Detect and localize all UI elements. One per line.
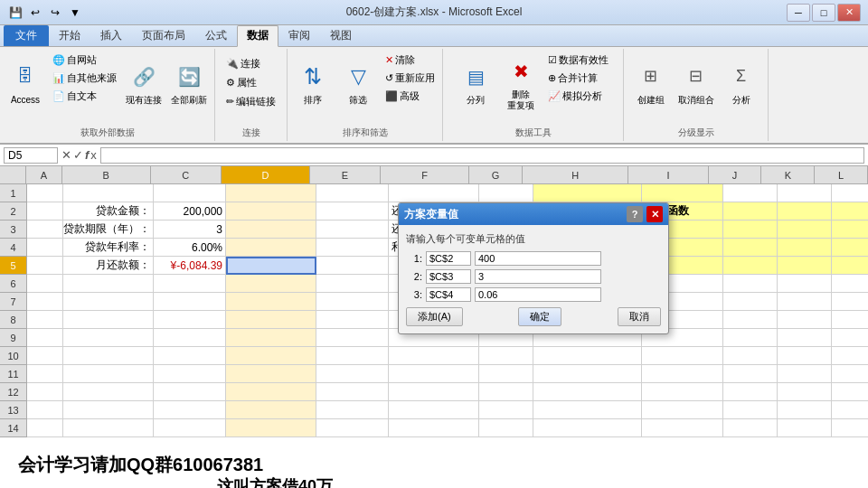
existing-connection-button[interactable]: 🔗 现有连接 [122, 51, 165, 116]
cell-l2[interactable] [832, 202, 868, 221]
web-button[interactable]: 🌐 自网站 [49, 51, 120, 69]
cell-d3[interactable] [226, 221, 316, 239]
row-header-11[interactable]: 11 [0, 365, 26, 383]
redo-icon[interactable]: ↪ [47, 5, 63, 21]
what-if-button[interactable]: 📈 模拟分析 [544, 87, 612, 105]
row-header-1[interactable]: 1 [0, 184, 26, 202]
cell-b4[interactable]: 贷款年利率： [63, 239, 154, 257]
minimize-button[interactable]: ─ [787, 4, 810, 22]
cell-j4[interactable] [723, 239, 778, 257]
row-header-3[interactable]: 3 [0, 221, 26, 239]
dialog-add-button[interactable]: 添加(A) [406, 307, 463, 326]
other-source-button[interactable]: 📊 自其他来源 [49, 69, 120, 87]
row-header-7[interactable]: 7 [0, 293, 26, 311]
cell-e3[interactable] [316, 221, 389, 239]
dialog-cancel-button[interactable]: 取消 [618, 307, 661, 326]
reapply-button[interactable]: ↺ 重新应用 [382, 69, 439, 87]
customize-icon[interactable]: ▼ [67, 5, 83, 21]
save-icon[interactable]: 💾 [7, 5, 24, 21]
cell-l5[interactable] [832, 257, 868, 275]
cell-a5[interactable] [27, 257, 63, 275]
cell-c2[interactable]: 200,000 [154, 202, 226, 221]
cell-c5[interactable]: ¥-6,084.39 [154, 257, 226, 275]
dialog-row-3-value[interactable] [475, 287, 601, 302]
col-header-b[interactable]: B [62, 166, 151, 183]
cell-i1[interactable] [642, 184, 723, 202]
cell-b2[interactable]: 贷款金额： [63, 202, 154, 221]
cell-l1[interactable] [832, 184, 868, 202]
cell-j3[interactable] [723, 221, 778, 239]
row-header-5[interactable]: 5 [0, 257, 26, 275]
cell-reference-box[interactable] [4, 147, 58, 164]
cell-a1[interactable] [27, 184, 63, 202]
tab-page-layout[interactable]: 页面布局 [132, 25, 195, 46]
col-header-f[interactable]: F [381, 166, 469, 183]
col-header-h[interactable]: H [523, 166, 629, 183]
dialog-row-2-value[interactable] [475, 269, 601, 284]
cell-d1[interactable] [226, 184, 316, 202]
cell-b5[interactable]: 月还款额： [63, 257, 154, 275]
row-header-4[interactable]: 4 [0, 239, 26, 257]
tab-view[interactable]: 视图 [320, 25, 362, 46]
cell-e4[interactable] [316, 239, 389, 257]
cell-e5[interactable] [316, 257, 389, 275]
row-header-9[interactable]: 9 [0, 329, 26, 347]
subtotal-button[interactable]: Σ 分析 [720, 51, 763, 116]
data-validation-button[interactable]: ☑ 数据有效性 [544, 51, 612, 69]
dialog-help-button[interactable]: ? [627, 206, 643, 222]
dialog-confirm-button[interactable]: 确定 [518, 307, 561, 326]
access-button[interactable]: 🗄 Access [4, 51, 47, 116]
close-button[interactable]: ✕ [837, 4, 861, 22]
cell-k1[interactable] [778, 184, 832, 202]
col-header-e[interactable]: E [310, 166, 381, 183]
cell-b3[interactable]: 贷款期限（年）： [63, 221, 154, 239]
cell-j1[interactable] [723, 184, 778, 202]
maximize-button[interactable]: □ [812, 4, 835, 22]
tab-insert[interactable]: 插入 [90, 25, 132, 46]
consolidate-button[interactable]: ⊕ 合并计算 [544, 69, 612, 87]
cell-j2[interactable] [723, 202, 778, 221]
col-header-j[interactable]: J [709, 166, 762, 183]
cell-a4[interactable] [27, 239, 63, 257]
col-header-l[interactable]: L [815, 166, 868, 183]
col-header-k[interactable]: K [761, 166, 815, 183]
cell-a2[interactable] [27, 202, 63, 221]
row-header-6[interactable]: 6 [0, 275, 26, 293]
cell-d2[interactable] [226, 202, 316, 221]
cell-c3[interactable]: 3 [154, 221, 226, 239]
cell-c1[interactable] [154, 184, 226, 202]
cell-k2[interactable] [778, 202, 832, 221]
cell-c4[interactable]: 6.00% [154, 239, 226, 257]
remove-duplicates-button[interactable]: ✖ 删除重复项 [499, 51, 542, 116]
text-button[interactable]: 📄 自文本 [49, 87, 120, 105]
clear-button[interactable]: ✕ 清除 [382, 51, 439, 69]
insert-function-icon[interactable]: f [85, 148, 89, 162]
cell-h1[interactable] [533, 184, 642, 202]
row-header-10[interactable]: 10 [0, 347, 26, 365]
sort-button[interactable]: ⇅ 排序 [291, 51, 335, 116]
cell-k4[interactable] [778, 239, 832, 257]
edit-links-button[interactable]: ✏ 编辑链接 [222, 92, 279, 110]
col-header-a[interactable]: A [26, 166, 61, 183]
col-header-c[interactable]: C [151, 166, 222, 183]
col-header-d[interactable]: D [222, 166, 310, 183]
cell-a3[interactable] [27, 221, 63, 239]
undo-icon[interactable]: ↩ [27, 5, 43, 21]
cancel-formula-icon[interactable]: ✕ [61, 148, 71, 162]
properties-button[interactable]: ⚙ 属性 [222, 73, 260, 91]
row-header-13[interactable]: 13 [0, 401, 26, 419]
cell-k5[interactable] [778, 257, 832, 275]
confirm-formula-icon[interactable]: ✓ [73, 148, 83, 162]
cell-l3[interactable] [832, 221, 868, 239]
dialog-row-3-ref[interactable] [426, 287, 471, 302]
dialog-close-button[interactable]: ✕ [646, 206, 663, 222]
cell-g1[interactable] [479, 184, 533, 202]
formula-input[interactable] [100, 147, 864, 164]
filter-button[interactable]: ▽ 筛选 [336, 51, 380, 116]
dialog-row-2-ref[interactable] [426, 269, 471, 284]
row-header-8[interactable]: 8 [0, 311, 26, 329]
cell-b1[interactable] [63, 184, 154, 202]
refresh-all-button[interactable]: 🔄 全部刷新 [167, 51, 211, 116]
advanced-button[interactable]: ⬛ 高级 [382, 87, 439, 105]
text-to-columns-button[interactable]: ▤ 分列 [454, 51, 497, 116]
